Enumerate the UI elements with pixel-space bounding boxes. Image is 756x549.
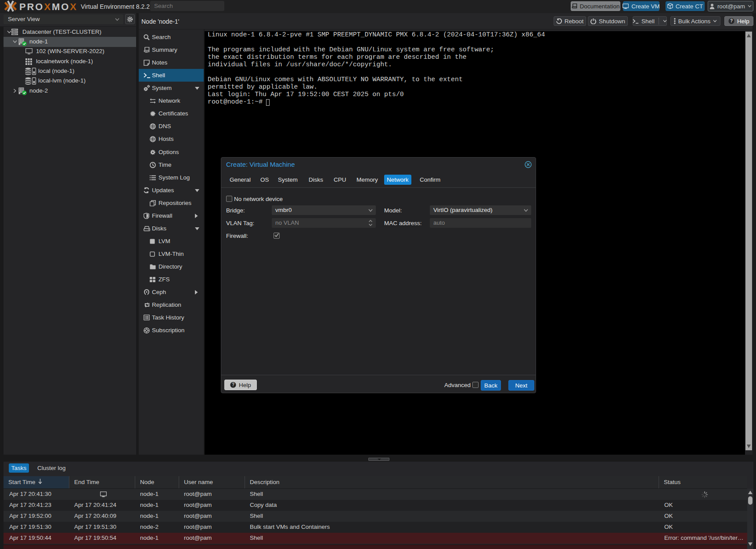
svg-text:?: ? — [730, 18, 733, 23]
svg-text:?: ? — [232, 382, 234, 387]
